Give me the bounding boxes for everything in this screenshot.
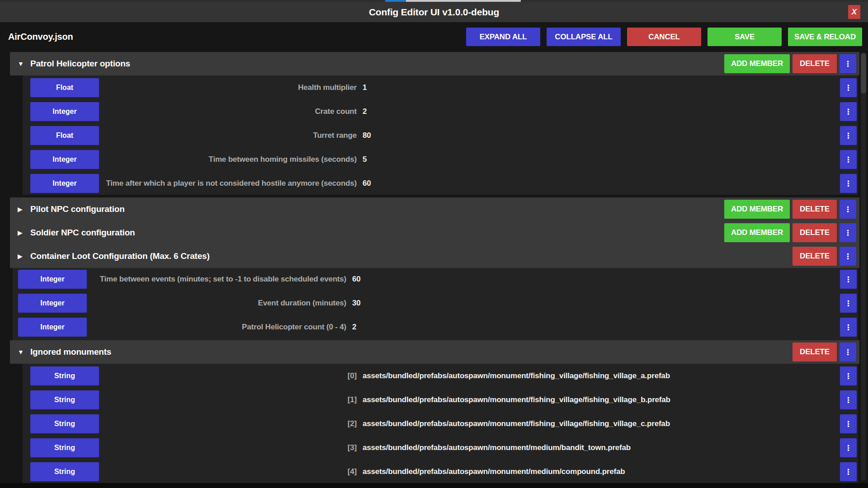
field-type-button-string[interactable]: String [30,414,99,433]
toolbar-button-save[interactable]: SAVE [708,28,782,46]
add-member-button[interactable]: ADD MEMBER [724,54,790,73]
collapse-triangle-icon: ▼ [18,348,27,356]
section-actions: ADD MEMBERDELETE⋮ [724,200,856,219]
row-menu-button[interactable]: ⋮ [840,438,857,457]
field-value[interactable]: 2 [352,323,356,332]
row-menu-button[interactable]: ⋮ [840,318,857,337]
delete-button[interactable]: DELETE [793,223,837,242]
row-menu-button[interactable]: ⋮ [840,102,857,121]
section-header-soldier-npc-configuration[interactable]: ▶Soldier NPC configurationADD MEMBERDELE… [10,221,859,244]
delete-button[interactable]: DELETE [793,200,837,219]
section-title: Soldier NPC configuration [30,228,135,238]
delete-button[interactable]: DELETE [793,54,837,73]
section-panel: FloatHealth multiplier1⋮IntegerCrate cou… [23,75,858,195]
field-row: IntegerTime between homing missiles (sec… [23,150,858,169]
section-actions: ADD MEMBERDELETE⋮ [724,54,856,73]
section-header-ignored-monuments[interactable]: ▼Ignored monumentsDELETE⋮ [10,340,859,364]
field-value[interactable]: assets/bundled/prefabs/autospawn/monumen… [363,371,670,380]
field-value[interactable]: 60 [352,275,361,284]
bottom-bar [0,483,868,488]
field-value[interactable]: 30 [352,299,361,308]
section-title: Container Loot Configuration (Max. 6 Cra… [30,251,210,261]
row-menu-button[interactable]: ⋮ [840,150,857,169]
row-menu-button[interactable]: ⋮ [840,390,857,409]
field-row: String[4]assets/bundled/prefabs/autospaw… [23,462,858,481]
section-header-patrol-helicopter-options[interactable]: ▼Patrol Helicopter optionsADD MEMBERDELE… [10,52,859,75]
row-menu-button[interactable]: ⋮ [840,126,857,145]
toolbar-button-collapse-all[interactable]: COLLAPSE ALL [547,28,621,46]
field-label: Health multiplier [99,83,357,92]
row-menu-button[interactable]: ⋮ [840,174,857,193]
field-row: String[1]assets/bundled/prefabs/autospaw… [23,390,858,409]
row-menu-button[interactable]: ⋮ [840,270,857,289]
section-title: Ignored monuments [30,347,111,357]
field-row: String[2]assets/bundled/prefabs/autospaw… [23,414,858,433]
field-row: FloatTurret range80⋮ [23,126,858,145]
field-value[interactable]: assets/bundled/prefabs/autospawn/monumen… [363,419,670,428]
field-label: [3] [99,443,357,452]
row-menu-button[interactable]: ⋮ [840,462,857,481]
field-type-button-integer[interactable]: Integer [18,294,87,313]
toolbar-buttons: EXPAND ALLCOLLAPSE ALLCANCELSAVESAVE & R… [466,28,862,46]
field-value[interactable]: 2 [363,107,367,116]
field-type-button-integer[interactable]: Integer [30,174,99,193]
field-label: Time between homing missiles (seconds) [99,155,357,164]
add-member-button[interactable]: ADD MEMBER [724,200,790,219]
expand-triangle-icon: ▶ [18,206,27,213]
delete-button[interactable]: DELETE [793,343,837,361]
field-value[interactable]: assets/bundled/prefabs/autospawn/monumen… [363,467,625,476]
field-type-button-float[interactable]: Float [30,126,99,145]
field-value[interactable]: assets/bundled/prefabs/autospawn/monumen… [363,395,670,404]
section-menu-button[interactable]: ⋮ [840,200,856,219]
field-value[interactable]: 1 [363,83,367,92]
title-bar: Config Editor UI v1.0.0-debug X [0,2,868,22]
field-type-button-integer[interactable]: Integer [30,150,99,169]
field-type-button-string[interactable]: String [30,462,99,481]
field-type-button-string[interactable]: String [30,390,99,409]
toolbar-button-expand-all[interactable]: EXPAND ALL [466,28,540,46]
row-menu-button[interactable]: ⋮ [840,78,857,97]
section-actions: ADD MEMBERDELETE⋮ [724,223,856,242]
field-value[interactable]: assets/bundled/prefabs/autospawn/monumen… [363,443,631,452]
field-row: IntegerEvent duration (minutes)30⋮ [13,294,858,313]
section-header-container-loot-configuration-max-6-crates[interactable]: ▶Container Loot Configuration (Max. 6 Cr… [10,244,859,268]
add-member-button[interactable]: ADD MEMBER [724,223,790,242]
section-menu-button[interactable]: ⋮ [840,223,856,242]
field-type-button-integer[interactable]: Integer [30,102,99,121]
section-panel: IntegerTime between events (minutes; set… [13,268,858,340]
field-type-button-string[interactable]: String [30,438,99,457]
scrollbar-thumb[interactable] [861,53,866,94]
field-type-button-float[interactable]: Float [30,78,99,97]
section-menu-button[interactable]: ⋮ [840,247,856,266]
expand-triangle-icon: ▶ [18,253,27,260]
field-type-button-integer[interactable]: Integer [18,318,87,337]
field-value[interactable]: 60 [363,179,371,188]
section-menu-button[interactable]: ⋮ [840,54,856,73]
section-header-pilot-npc-configuration[interactable]: ▶Pilot NPC configurationADD MEMBERDELETE… [10,197,859,221]
field-label: Time between events (minutes; set to -1 … [87,275,346,284]
field-label: [4] [99,467,357,476]
toolbar-button-cancel[interactable]: CANCEL [627,28,701,46]
filename-label: AirConvoy.json [8,32,73,42]
delete-button[interactable]: DELETE [793,247,837,266]
scrollbar[interactable] [861,53,866,481]
field-row: IntegerTime after which a player is not … [23,174,858,193]
field-label: Turret range [99,131,357,140]
app-title: Config Editor UI v1.0.0-debug [369,7,499,18]
section-title: Pilot NPC configuration [30,204,125,214]
field-value[interactable]: 5 [363,155,367,164]
field-row: FloatHealth multiplier1⋮ [23,78,858,97]
field-row: String[0]assets/bundled/prefabs/autospaw… [23,366,858,385]
toolbar-button-save-reload[interactable]: SAVE & RELOAD [788,28,862,46]
section-menu-button[interactable]: ⋮ [840,343,856,361]
field-type-button-string[interactable]: String [30,366,99,385]
collapse-triangle-icon: ▼ [18,60,27,67]
field-row: IntegerPatrol Helicopter count (0 - 4)2⋮ [13,318,858,337]
field-value[interactable]: 80 [363,131,371,140]
field-row: IntegerCrate count2⋮ [23,102,858,121]
row-menu-button[interactable]: ⋮ [840,366,857,385]
close-button[interactable]: X [848,5,860,19]
row-menu-button[interactable]: ⋮ [840,294,857,313]
row-menu-button[interactable]: ⋮ [840,414,857,433]
field-type-button-integer[interactable]: Integer [18,270,87,289]
